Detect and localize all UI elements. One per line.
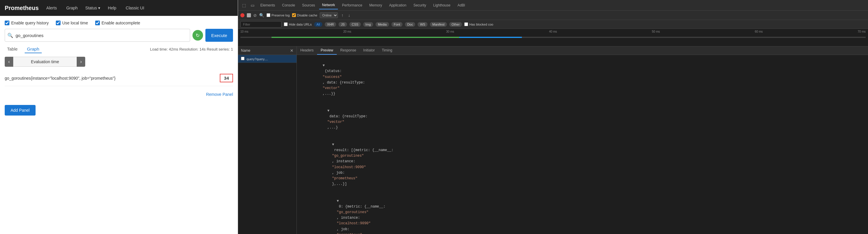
eval-next-button[interactable]: › <box>77 57 85 67</box>
upload-button[interactable]: ↑ <box>340 12 345 18</box>
close-detail-button[interactable]: ✕ <box>290 48 293 53</box>
result-row: go_goroutines{instance="localhost:9090",… <box>5 70 233 86</box>
filter-tag-css[interactable]: CSS <box>349 22 361 27</box>
detail-tab-preview[interactable]: Preview <box>317 47 337 55</box>
nav-alerts[interactable]: Alerts <box>45 4 59 11</box>
timeline-green-bar <box>272 37 459 38</box>
filter-input[interactable] <box>240 21 281 28</box>
filter-tag-ws[interactable]: WS <box>417 22 428 27</box>
filter-bar: Hide data URLs All XHR JS CSS Img Media … <box>238 20 868 29</box>
filter-tag-other[interactable]: Other <box>449 22 462 27</box>
devtools-topbar: ⬚ ▭ Elements Console Sources Network Per… <box>238 0 868 10</box>
checkboxes-row: Enable query history Use local time Enab… <box>5 21 233 25</box>
tab-performance[interactable]: Performance <box>339 1 365 9</box>
detail-tabs: Headers Preview Response Initiator Timin… <box>297 47 868 55</box>
result-value: 34 <box>220 74 233 82</box>
search-icon-sm: 🔍 <box>259 13 264 18</box>
devtools-panel: ⬚ ▭ Elements Console Sources Network Per… <box>238 0 868 234</box>
result-metric: go_goroutines{instance="localhost:9090",… <box>5 76 116 81</box>
autocomplete-checkbox[interactable]: Enable autocomplete <box>95 21 141 25</box>
nav-status[interactable]: Status ▾ <box>85 6 100 10</box>
request-item[interactable]: query?query.... <box>238 55 297 63</box>
name-column-header: Name <box>241 49 250 53</box>
filter-tag-font[interactable]: Font <box>392 22 403 27</box>
tab-adbl[interactable]: AdBl <box>455 1 468 9</box>
json-result-line: ▼ result: [{metric: {__name__: "go_gorou… <box>311 137 863 193</box>
tab-application[interactable]: Application <box>386 1 409 9</box>
json-item0-line: ▼ 0: {metric: {__name__: "go_goroutines"… <box>316 193 863 234</box>
filter-tag-doc[interactable]: Doc <box>405 22 415 27</box>
tab-console[interactable]: Console <box>279 1 298 9</box>
requests-header: Name ✕ <box>238 47 297 55</box>
timeline-header: 10 ms 20 ms 30 ms 40 ms 50 ms 60 ms 70 m… <box>240 30 866 33</box>
timeline-blue-bar <box>459 37 522 38</box>
hide-data-urls-label[interactable]: Hide data URLs <box>284 22 312 26</box>
prometheus-logo: Prometheus <box>5 5 39 11</box>
nav-classic-ui[interactable]: Classic UI <box>124 4 146 11</box>
timeline-bar-container <box>240 34 866 40</box>
tab-table[interactable]: Table <box>5 45 20 53</box>
tab-network[interactable]: Network <box>319 1 338 9</box>
tabs-row: Table Graph <box>5 45 42 53</box>
has-blocked-label[interactable]: Has blocked coo <box>464 22 493 26</box>
search-icon: 🔍 <box>7 33 13 38</box>
tab-lighthouse[interactable]: Lighthouse <box>430 1 454 9</box>
tab-security[interactable]: Security <box>410 1 429 9</box>
result-series: Result series: 1 <box>207 47 233 52</box>
filter-tag-all[interactable]: All <box>314 22 322 27</box>
record-button[interactable] <box>240 13 245 17</box>
detail-tab-response[interactable]: Response <box>337 47 360 55</box>
detail-tab-timing[interactable]: Timing <box>378 47 396 55</box>
nav-graph[interactable]: Graph <box>64 4 79 11</box>
query-history-checkbox[interactable]: Enable query history <box>5 21 49 25</box>
tab-sources[interactable]: Sources <box>299 1 318 9</box>
eval-prev-button[interactable]: ‹ <box>5 57 13 67</box>
load-time: Load time: 42ms <box>150 47 178 52</box>
filter-icon: ⊘ <box>253 13 257 18</box>
resolution-val: Resolution: 14s <box>179 47 206 52</box>
remove-panel-link[interactable]: Remove Panel <box>5 90 233 99</box>
prometheus-content: Enable query history Use local time Enab… <box>0 16 238 120</box>
search-input[interactable] <box>16 33 187 38</box>
evaluation-row: ‹ Evaluation time › <box>5 57 233 67</box>
filter-tag-xhr[interactable]: XHR <box>325 22 336 27</box>
prometheus-panel: Prometheus Alerts Graph Status ▾ Help Cl… <box>0 0 238 234</box>
inspect-icon[interactable]: ⬚ <box>240 2 248 9</box>
filter-tag-js[interactable]: JS <box>339 22 347 27</box>
tab-memory[interactable]: Memory <box>366 1 385 9</box>
tab-elements[interactable]: Elements <box>257 1 278 9</box>
nav-help[interactable]: Help <box>106 4 118 11</box>
query-info: Load time: 42ms Resolution: 14s Result s… <box>150 47 233 52</box>
local-time-checkbox[interactable]: Use local time <box>56 21 88 25</box>
requests-list: Name ✕ query?query.... <box>238 47 297 234</box>
filter-tag-img[interactable]: Img <box>363 22 373 27</box>
add-panel-button[interactable]: Add Panel <box>5 105 36 116</box>
execute-button[interactable]: Execute <box>206 29 233 42</box>
tab-graph[interactable]: Graph <box>25 45 42 53</box>
json-viewer: ▼ {status: "success" , data: {resultType… <box>297 55 868 234</box>
stop-button[interactable] <box>247 13 251 17</box>
detail-panel: Headers Preview Response Initiator Timin… <box>297 47 868 234</box>
json-root-line: ▼ {status: "success" , data: {resultType… <box>302 57 863 103</box>
filter-tag-media[interactable]: Media <box>375 22 389 27</box>
search-box: 🔍 <box>5 29 190 42</box>
tabs-and-info: Table Graph Load time: 42ms Resolution: … <box>5 45 233 53</box>
devtools-toolbar: ⊘ 🔍 Preserve log Disable cache Online ↑ … <box>238 10 868 20</box>
disable-cache-label[interactable]: Disable cache <box>292 13 317 17</box>
device-icon[interactable]: ▭ <box>249 2 256 9</box>
evaluation-label: Evaluation time <box>13 57 77 67</box>
filter-tag-manifest[interactable]: Manifest <box>430 22 447 27</box>
download-button[interactable]: ↓ <box>347 12 351 18</box>
search-row: 🔍 ↻ Execute <box>5 29 233 42</box>
detail-tab-initiator[interactable]: Initiator <box>360 47 378 55</box>
timeline-area: 10 ms 20 ms 30 ms 40 ms 50 ms 60 ms 70 m… <box>238 29 868 47</box>
detail-tab-headers[interactable]: Headers <box>297 47 317 55</box>
throttle-select[interactable]: Online <box>320 12 338 18</box>
json-data-line: ▼ data: {resultType: "vector" ,...} <box>306 103 863 137</box>
prometheus-navbar: Prometheus Alerts Graph Status ▾ Help Cl… <box>0 0 238 16</box>
refresh-button[interactable]: ↻ <box>192 30 203 40</box>
preserve-log-label[interactable]: Preserve log <box>267 13 290 17</box>
main-content-area: Name ✕ query?query.... Headers Preview R… <box>238 47 868 234</box>
